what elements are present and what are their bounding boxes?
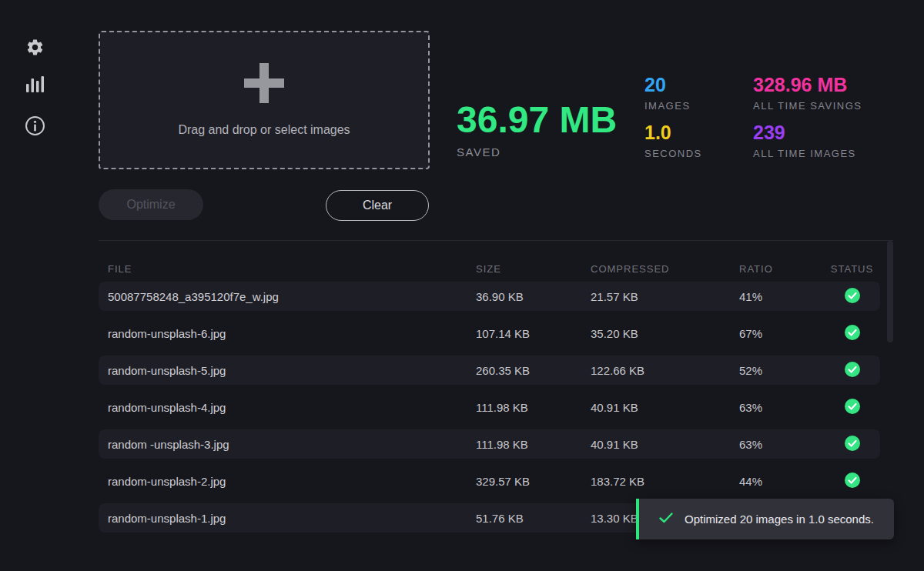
file-size: 111.98 KB xyxy=(476,438,591,451)
content-divider xyxy=(99,240,893,241)
table-header: FILE SIZE COMPRESSED RATIO STATUS xyxy=(99,260,880,277)
plus-icon xyxy=(244,63,284,106)
file-status xyxy=(824,362,880,379)
file-compressed: 122.66 KB xyxy=(591,364,739,377)
about-button[interactable] xyxy=(24,115,45,136)
file-name: random-unsplash-1.jpg xyxy=(99,512,476,525)
file-ratio: 67% xyxy=(739,327,824,340)
stat-saved: 36.97 MB SAVED xyxy=(457,100,617,159)
info-icon xyxy=(25,115,45,136)
file-size: 329.57 KB xyxy=(476,475,591,488)
file-compressed: 40.91 KB xyxy=(591,401,739,414)
file-size: 107.14 KB xyxy=(476,327,591,340)
table-row: random-unsplash-5.jpg 260.35 KB 122.66 K… xyxy=(99,356,880,385)
file-status xyxy=(824,436,880,453)
file-compressed: 35.20 KB xyxy=(591,327,739,340)
gear-icon xyxy=(25,38,45,57)
file-name: random-unsplash-6.jpg xyxy=(99,327,476,340)
alltime-images-value: 239 xyxy=(753,121,884,144)
file-size: 36.90 KB xyxy=(476,290,591,303)
file-status xyxy=(824,325,880,342)
file-ratio: 63% xyxy=(739,438,824,451)
settings-button[interactable] xyxy=(24,36,45,58)
check-circle-icon xyxy=(845,399,860,416)
file-name: random-unsplash-5.jpg xyxy=(99,364,476,377)
file-compressed: 21.57 KB xyxy=(591,290,739,303)
alltime-images-label: ALL TIME IMAGES xyxy=(753,148,884,159)
header-compressed: COMPRESSED xyxy=(591,263,739,275)
check-circle-icon xyxy=(845,436,860,453)
file-name: 50087758248_a395120f7e_w.jpg xyxy=(99,290,476,303)
header-file: FILE xyxy=(99,263,476,275)
saved-label: SAVED xyxy=(457,145,617,159)
alltime-savings-label: ALL TIME SAVINGS xyxy=(753,100,884,112)
file-ratio: 44% xyxy=(739,475,824,488)
table-row: random-unsplash-6.jpg 107.14 KB 35.20 KB… xyxy=(99,319,880,348)
file-status xyxy=(824,288,880,306)
check-circle-icon xyxy=(845,288,860,306)
table-row: random -unsplash-3.jpg 111.98 KB 40.91 K… xyxy=(99,429,880,459)
file-compressed: 40.91 KB xyxy=(591,438,739,451)
alltime-savings-value: 328.96 MB xyxy=(753,73,884,96)
file-ratio: 41% xyxy=(739,290,824,303)
saved-value: 36.97 MB xyxy=(457,100,617,141)
dropzone-label: Drag and drop or select images xyxy=(178,123,350,137)
file-compressed: 183.72 KB xyxy=(591,475,739,488)
check-circle-icon xyxy=(845,325,860,342)
file-ratio: 52% xyxy=(739,364,824,377)
table-scrollbar[interactable] xyxy=(887,241,893,342)
stat-column-alltime: 328.96 MB ALL TIME SAVINGS 239 ALL TIME … xyxy=(753,73,884,169)
check-circle-icon xyxy=(845,472,860,490)
statistics-button[interactable] xyxy=(24,74,45,95)
header-status: STATUS xyxy=(824,263,880,275)
file-size: 111.98 KB xyxy=(476,401,591,414)
header-ratio: RATIO xyxy=(739,263,824,275)
table-row: random-unsplash-4.jpg 111.98 KB 40.91 KB… xyxy=(99,392,880,422)
file-name: random -unsplash-3.jpg xyxy=(99,438,476,451)
file-status xyxy=(824,472,880,490)
optimize-button[interactable]: Optimize xyxy=(99,189,203,220)
check-circle-icon xyxy=(845,362,860,379)
file-size: 51.76 KB xyxy=(476,512,591,525)
file-ratio: 63% xyxy=(739,401,824,414)
table-row: random-unsplash-2.jpg 329.57 KB 183.72 K… xyxy=(99,466,880,496)
dropzone[interactable]: Drag and drop or select images xyxy=(99,31,430,169)
toast-notification: Optimized 20 images in 1.0 seconds. xyxy=(636,499,894,539)
header-size: SIZE xyxy=(476,263,591,275)
clear-button[interactable]: Clear xyxy=(326,190,429,221)
table-row: 50087758248_a395120f7e_w.jpg 36.90 KB 21… xyxy=(99,282,880,311)
sidebar xyxy=(0,0,74,571)
check-icon xyxy=(659,513,673,526)
file-size: 260.35 KB xyxy=(476,364,591,377)
file-name: random-unsplash-2.jpg xyxy=(99,475,476,488)
bar-chart-icon xyxy=(25,74,45,95)
file-status xyxy=(824,399,880,416)
file-name: random-unsplash-4.jpg xyxy=(99,401,476,414)
toast-message: Optimized 20 images in 1.0 seconds. xyxy=(685,513,874,526)
